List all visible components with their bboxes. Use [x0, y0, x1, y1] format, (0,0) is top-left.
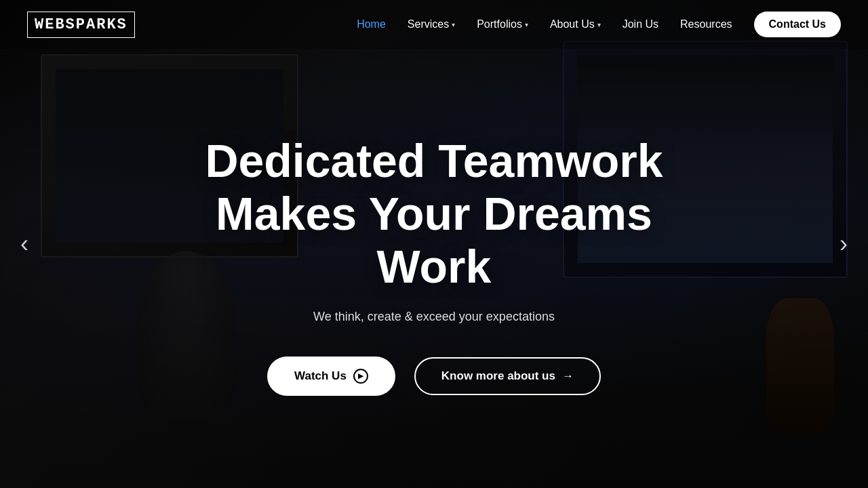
hero-buttons: Watch Us ▶ Know more about us →: [163, 357, 705, 396]
nav-link-contact[interactable]: Contact Us: [754, 12, 841, 37]
nav-link-resources[interactable]: Resources: [680, 18, 732, 30]
nav-link-home[interactable]: Home: [357, 18, 386, 30]
know-more-button[interactable]: Know more about us →: [414, 357, 601, 395]
nav-item-about[interactable]: About Us ▾: [550, 18, 601, 30]
watch-us-button[interactable]: Watch Us ▶: [267, 357, 395, 396]
nav-item-services[interactable]: Services ▾: [408, 18, 455, 30]
hero-title: Dedicated Teamwork Makes Your Dreams Wor…: [163, 134, 705, 293]
portfolios-chevron-icon: ▾: [525, 21, 528, 28]
arrow-right-icon: →: [562, 369, 574, 383]
services-chevron-icon: ▾: [452, 21, 455, 28]
slider-next-button[interactable]: ›: [833, 223, 854, 265]
logo[interactable]: WEBSPARKS: [27, 12, 135, 38]
slider-prev-button[interactable]: ‹: [14, 223, 35, 265]
hero-section: WEBSPARKS Home Services ▾ Portfolios ▾ A…: [0, 0, 868, 488]
hero-content: Dedicated Teamwork Makes Your Dreams Wor…: [163, 134, 705, 396]
hero-subtitle: We think, create & exceed your expectati…: [163, 310, 705, 324]
nav-item-portfolios[interactable]: Portfolios ▾: [477, 18, 528, 30]
nav-item-resources[interactable]: Resources: [680, 18, 732, 30]
nav-item-join[interactable]: Join Us: [623, 18, 658, 30]
nav-links: Home Services ▾ Portfolios ▾ About Us ▾: [357, 12, 841, 37]
about-chevron-icon: ▾: [597, 21, 601, 28]
nav-link-portfolios[interactable]: Portfolios ▾: [477, 18, 528, 30]
nav-link-join[interactable]: Join Us: [623, 18, 658, 30]
watch-us-label: Watch Us: [294, 369, 347, 383]
navbar: WEBSPARKS Home Services ▾ Portfolios ▾ A…: [0, 0, 868, 49]
nav-link-services[interactable]: Services ▾: [408, 18, 455, 30]
nav-item-home[interactable]: Home: [357, 18, 386, 30]
know-more-label: Know more about us: [441, 369, 555, 383]
nav-link-about[interactable]: About Us ▾: [550, 18, 601, 30]
nav-item-contact[interactable]: Contact Us: [754, 12, 841, 37]
play-circle-icon: ▶: [353, 369, 368, 384]
